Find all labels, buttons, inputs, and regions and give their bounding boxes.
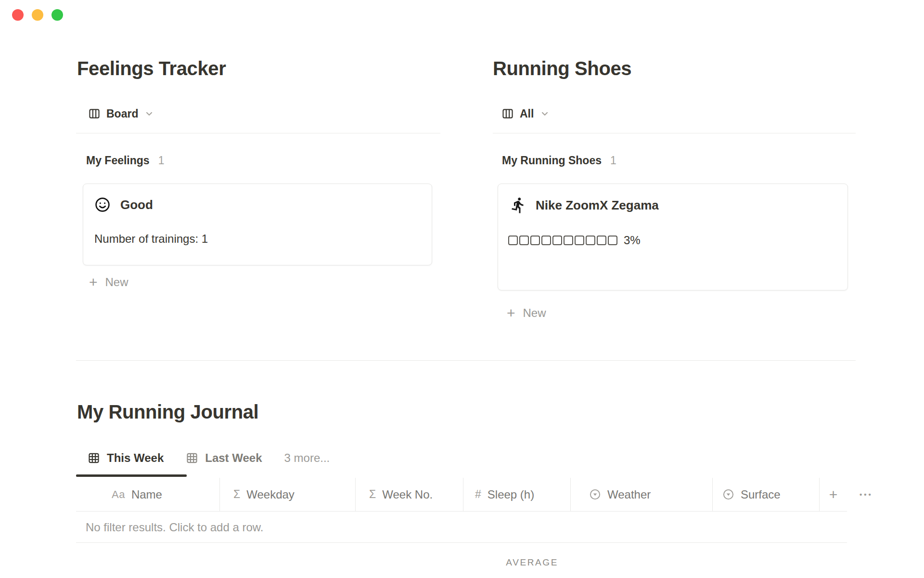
progress-percent: 3%: [624, 234, 641, 247]
average-calculation-label[interactable]: AVERAGE: [463, 557, 558, 568]
card-title: Good: [120, 197, 153, 212]
shoes-toolbar-divider: [493, 133, 856, 133]
minimize-window-button[interactable]: [32, 9, 43, 21]
feelings-new-button[interactable]: + New: [89, 275, 128, 290]
column-header-weather[interactable]: Weather: [570, 478, 712, 511]
tab-label: This Week: [107, 451, 164, 465]
tab-label: Last Week: [205, 451, 262, 465]
plus-icon: +: [507, 306, 515, 320]
chevron-down-icon: [145, 109, 154, 118]
column-header-name[interactable]: Aa Name: [76, 478, 219, 511]
active-tab-underline: [76, 474, 187, 477]
new-button-label: New: [523, 306, 546, 320]
my-running-shoes-group-header[interactable]: My Running Shoes 1: [502, 154, 616, 167]
card-title: Nike ZoomX Zegama: [536, 198, 659, 213]
view-selector-label: Board: [106, 107, 138, 120]
feelings-view-selector[interactable]: Board: [88, 105, 154, 122]
column-header-sleep[interactable]: # Sleep (h): [463, 478, 570, 511]
card-property-trainings: Number of trainings: 1: [94, 232, 208, 246]
column-header-surface[interactable]: Surface: [712, 478, 819, 511]
shoes-new-button[interactable]: + New: [507, 305, 546, 321]
progress-squares: [508, 236, 619, 245]
select-property-icon: [589, 488, 601, 500]
my-feelings-group-header[interactable]: My Feelings 1: [86, 154, 164, 167]
journal-table-header: Aa Name Σ Weekday Σ Week No. # Sleep (h)…: [76, 478, 847, 512]
close-window-button[interactable]: [12, 9, 24, 21]
smiley-icon: [94, 197, 111, 213]
feelings-card-good[interactable]: Good Number of trainings: 1: [83, 184, 432, 265]
journal-view-tabs: This Week Last Week 3 more...: [88, 448, 330, 468]
notion-page: Feelings Tracker Board My Feelings 1: [0, 0, 924, 578]
running-shoes-title: Running Shoes: [493, 58, 631, 79]
number-property-icon: #: [475, 488, 481, 501]
text-property-icon: Aa: [112, 488, 125, 501]
new-button-label: New: [105, 276, 128, 289]
more-views-button[interactable]: 3 more...: [284, 451, 330, 465]
select-property-icon: [722, 488, 734, 500]
zoom-window-button[interactable]: [51, 9, 63, 21]
tab-last-week[interactable]: Last Week: [186, 451, 262, 465]
group-title: My Running Shoes: [502, 154, 602, 167]
formula-property-icon: Σ: [369, 488, 376, 501]
column-header-week-no[interactable]: Σ Week No.: [355, 478, 463, 511]
wear-progress: 3%: [508, 234, 641, 247]
chevron-down-icon: [540, 109, 549, 118]
shoes-card-nike-zoomx-zegama[interactable]: Nike ZoomX Zegama 3%: [498, 184, 848, 290]
table-view-icon: [88, 452, 100, 464]
tab-this-week[interactable]: This Week: [88, 451, 164, 465]
board-view-icon: [501, 107, 514, 120]
feelings-toolbar-divider: [76, 133, 440, 133]
section-divider: [76, 360, 856, 361]
group-count: 1: [158, 154, 165, 167]
formula-property-icon: Σ: [233, 488, 240, 501]
column-header-weekday[interactable]: Σ Weekday: [219, 478, 355, 511]
runner-icon: [510, 197, 527, 214]
group-count: 1: [610, 154, 616, 167]
table-view-icon: [186, 452, 198, 464]
add-column-button[interactable]: +: [819, 478, 847, 511]
feelings-tracker-title: Feelings Tracker: [77, 58, 226, 79]
table-options-button[interactable]: •••: [860, 490, 873, 499]
empty-table-row[interactable]: No filter results. Click to add a row.: [76, 512, 847, 543]
shoes-view-selector[interactable]: All: [501, 105, 549, 122]
view-selector-label: All: [520, 107, 534, 120]
board-view-icon: [88, 107, 101, 120]
running-journal-title: My Running Journal: [77, 401, 258, 423]
plus-icon: +: [89, 275, 98, 289]
group-title: My Feelings: [86, 154, 150, 167]
